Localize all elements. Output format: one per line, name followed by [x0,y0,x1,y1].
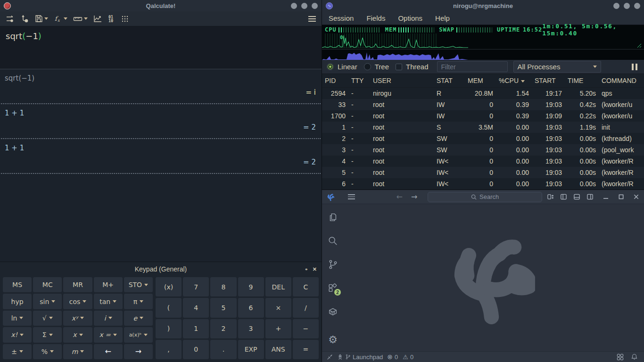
keypad-button-)[interactable]: ) [156,319,182,338]
settings-gear-icon[interactable]: ⚙ [327,334,339,346]
window-control-dot[interactable] [312,3,318,9]
extensions-icon[interactable]: 2 [327,282,339,294]
keypad-button-STO[interactable]: STO [124,277,153,292]
keypad-button-→[interactable]: → [124,344,153,359]
linear-radio[interactable] [327,63,334,70]
keypad-button-.[interactable]: . [210,340,236,359]
keypad-button-√[interactable]: √ [33,311,62,326]
editor-logo-icon[interactable] [327,193,335,201]
right-panel-icon[interactable] [586,193,594,200]
window-control-dot[interactable] [301,3,307,9]
maximize-button[interactable] [618,194,624,200]
minimize-button[interactable] [603,194,609,200]
column-header-command[interactable]: COMMAND [599,77,644,84]
save-menu-arrow[interactable] [44,17,48,20]
functions-button[interactable]: f x [52,13,69,24]
keypad-button-e[interactable]: e [124,311,153,326]
menu-item-options[interactable]: Options [398,14,422,22]
table-row[interactable]: 4-rootIW<00.0019:030.00s(kworker/R [322,156,644,167]
keypad-button-5[interactable]: 5 [210,298,236,317]
column-header-stat[interactable]: STAT [434,77,465,84]
keypad-button-/[interactable]: / [293,298,319,317]
keypad-toggle-icon[interactable] [119,14,131,24]
keypad-button-MC[interactable]: MC [33,277,62,292]
keypad-detach-icon[interactable]: ∘ [305,266,308,272]
menu-item-fields[interactable]: Fields [366,14,385,22]
search-panel-icon[interactable] [327,235,339,247]
keypad-button-2[interactable]: 2 [210,319,236,338]
keypad-button-([interactable]: ( [156,298,182,317]
bottom-panel-icon[interactable] [573,193,580,200]
keypad-button-x![interactable]: x! [3,327,32,342]
expression-input[interactable]: sqrt(−1) [0,26,322,69]
column-header-time[interactable]: TIME [565,77,599,84]
history-expression[interactable]: 1 + 1 [0,107,322,119]
qps-titlebar[interactable]: ∿ nirogu@nrgmachine [322,0,644,11]
editor-titlebar[interactable]: ← → Search [322,190,644,204]
left-panel-icon[interactable] [560,193,567,200]
lcd-resize-handle[interactable] [636,43,642,49]
container-icon[interactable] [327,306,339,317]
keypad-button-(x)[interactable]: (x) [156,277,182,296]
keypad-button-←[interactable]: ← [94,344,123,359]
table-row[interactable]: 33-rootIW00.3919:030.42s(kworker/u [322,99,644,110]
keypad-button-+[interactable]: + [265,319,291,338]
keypad-button-DEL[interactable]: DEL [265,277,291,296]
keypad-button-x=[interactable]: x = [94,327,123,342]
convert-icon[interactable] [19,13,31,25]
number-bases-icon[interactable]: 01 10 [106,13,117,25]
menu-item-session[interactable]: Session [329,14,354,22]
keypad-button-C[interactable]: C [293,277,319,296]
keypad-button-a(x)ᵇ[interactable]: a(x)ᵇ [124,327,153,342]
keypad-button-×[interactable]: × [265,298,291,317]
keypad-button-π[interactable]: π [124,294,153,309]
units-menu-arrow[interactable] [84,17,88,20]
navigate-back-button[interactable]: ← [395,192,405,201]
column-header-pid[interactable]: PID [322,77,348,84]
table-row[interactable]: 5-rootIW<00.0019:030.00s(kworker/R [322,167,644,178]
keypad-close-icon[interactable]: ✕ [313,266,317,272]
column-header-cpu[interactable]: %CPU [496,77,532,84]
keypad-button-3[interactable]: 3 [238,319,264,338]
keypad-button-MR[interactable]: MR [63,277,92,292]
tree-radio[interactable] [364,63,371,70]
window-control-dot[interactable] [291,3,297,9]
keypad-button-6[interactable]: 6 [238,298,264,317]
keypad-button-EXP[interactable]: EXP [238,340,264,359]
keypad-button-ANS[interactable]: ANS [265,340,291,359]
keypad-button-4[interactable]: 4 [183,298,209,317]
close-button[interactable] [633,194,639,200]
menu-item-help[interactable]: Help [435,14,450,22]
disconnected-icon[interactable] [327,354,333,360]
keypad-button-=[interactable]: = [293,340,319,359]
history-result[interactable]: = 2 [0,119,322,136]
window-control-dot[interactable] [634,3,640,9]
keypad-button-,[interactable]: , [156,340,182,359]
diagnostics-status[interactable]: ⊗ 0 ⚠ 0 [387,353,413,361]
column-header-start[interactable]: START [532,77,565,84]
project-status[interactable]: Launchpad [337,354,383,361]
keypad-button-M+[interactable]: M+ [94,277,123,292]
editor-search-box[interactable]: Search [428,192,542,202]
process-filter-dropdown[interactable]: All Processes [513,61,601,73]
window-control-dot[interactable] [624,3,630,9]
history-entry[interactable]: sqrt(−1)= i [0,69,322,103]
table-row[interactable]: 2-rootSW00.0019:030.00s(kthreadd) [322,133,644,144]
window-control-dot[interactable] [613,3,619,9]
navigate-forward-button[interactable]: → [409,192,419,201]
keypad-button-tan[interactable]: tan [94,294,123,309]
dock-toggle-icon[interactable] [547,193,554,200]
keypad-button-ln[interactable]: ln [3,311,32,326]
thread-checkbox[interactable] [396,64,402,70]
keypad-button-Σ[interactable]: Σ [33,327,62,342]
column-header-tty[interactable]: TTY [348,77,370,84]
history-expression[interactable]: sqrt(−1) [0,72,322,84]
qalculate-titlebar[interactable]: Qalculate! [0,0,322,11]
history-result[interactable]: = i [0,84,322,101]
history-entry[interactable]: 1 + 1= 2 [0,139,322,173]
table-row[interactable]: 1-rootS3.5M0.0019:031.19sinit [322,122,644,133]
keypad-button-0[interactable]: 0 [183,340,209,359]
copilot-grid-icon[interactable] [617,354,624,361]
keypad-button-%[interactable]: % [33,344,62,359]
git-branch-icon[interactable] [327,259,339,270]
